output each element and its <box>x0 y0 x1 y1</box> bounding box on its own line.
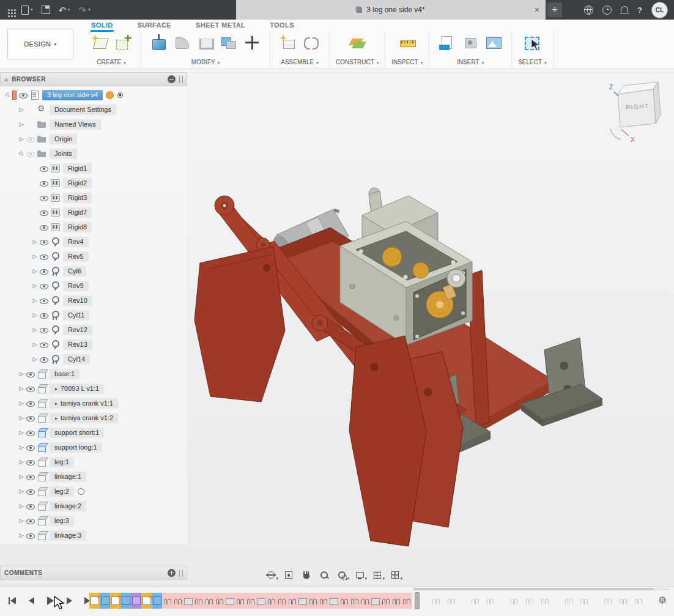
timeline-feature-icon[interactable] <box>120 593 131 609</box>
timeline-suppressed-icon[interactable] <box>563 593 574 609</box>
browser-tree-row[interactable]: Cyl14 <box>0 352 187 366</box>
visibility-eye-icon[interactable] <box>39 163 49 173</box>
visibility-eye-icon[interactable] <box>39 207 49 217</box>
browser-tree-row[interactable]: Joints <box>0 146 187 161</box>
tree-item-label[interactable]: Rigid8 <box>63 222 92 232</box>
browser-tree-row[interactable]: Rigid7 <box>0 205 187 220</box>
tree-item-label[interactable]: Rev13 <box>63 340 92 350</box>
grid-display-icon[interactable] <box>369 568 385 582</box>
visibility-eye-icon[interactable] <box>26 369 35 379</box>
file-menu-icon[interactable] <box>21 6 33 15</box>
create-sketch-icon[interactable] <box>91 34 109 52</box>
tree-item-label[interactable]: 70093 L v1:1 <box>50 384 104 394</box>
timeline-feature-icon[interactable] <box>172 593 183 609</box>
visibility-eye-icon[interactable] <box>26 472 35 481</box>
fit-zoom-icon[interactable] <box>334 568 349 582</box>
comments-resize-handle[interactable] <box>179 570 183 577</box>
timeline-feature-icon[interactable] <box>308 593 318 609</box>
timeline-feature-icon[interactable] <box>380 593 391 609</box>
browser-tree-row[interactable]: base:1 <box>0 366 187 381</box>
expand-arrow-icon[interactable] <box>31 283 39 289</box>
tree-item-label[interactable]: Document Settings <box>50 105 116 115</box>
shell-icon[interactable] <box>196 34 215 52</box>
tree-item-label[interactable]: Rigid3 <box>63 193 92 203</box>
tree-item-label[interactable]: linkage:2 <box>50 501 86 511</box>
browser-tree-row[interactable]: support long:1 <box>0 440 187 455</box>
timeline-feature-icon[interactable] <box>349 593 360 609</box>
expand-arrow-icon[interactable] <box>17 400 26 406</box>
go-to-start-button[interactable] <box>6 593 18 608</box>
tree-item-label[interactable]: 3 leg one side v4 <box>42 90 103 100</box>
timeline-feature-icon[interactable] <box>110 593 120 609</box>
tree-item-label[interactable]: Named Views <box>50 119 101 130</box>
ribbon-tab[interactable]: TOOLS <box>269 20 295 32</box>
tree-item-label[interactable]: Rigid7 <box>63 207 92 218</box>
app-grid-icon[interactable] <box>5 6 13 14</box>
expand-arrow-icon[interactable] <box>17 136 26 142</box>
expand-arrow-icon[interactable] <box>17 518 26 524</box>
timeline-suppressed-icon[interactable] <box>509 593 519 609</box>
select-menu-label[interactable]: SELECT <box>518 59 546 65</box>
look-at-icon[interactable] <box>281 568 296 582</box>
browser-tree-row[interactable]: Cyl11 <box>0 308 187 322</box>
insert-svg-icon[interactable] <box>438 34 456 52</box>
tree-item-label[interactable]: support short:1 <box>50 428 104 438</box>
visibility-eye-icon[interactable] <box>26 428 35 437</box>
tree-item-label[interactable]: Origin <box>50 134 77 144</box>
timeline-feature-icon[interactable] <box>328 593 339 609</box>
tree-item-label[interactable]: Rev12 <box>63 325 92 335</box>
browser-tree-row[interactable]: Document Settings <box>0 102 187 117</box>
expand-arrow-icon[interactable] <box>31 297 39 303</box>
browser-tree-row[interactable]: Origin <box>0 132 187 146</box>
timeline-suppressed-icon[interactable] <box>633 593 643 609</box>
timeline-suppressed-icon[interactable] <box>618 593 628 609</box>
visibility-eye-icon[interactable] <box>39 237 49 247</box>
visibility-eye-icon[interactable] <box>26 149 35 158</box>
redo-button[interactable]: ↷ <box>79 6 91 15</box>
step-forward-button[interactable] <box>63 593 75 608</box>
expand-arrow-icon[interactable] <box>4 92 12 98</box>
rollback-marker-handle[interactable] <box>415 592 420 609</box>
tree-item-label[interactable]: tamiya crank v1:1 <box>50 398 118 409</box>
visibility-eye-icon[interactable] <box>26 442 35 452</box>
tree-item-label[interactable]: leg:2 <box>50 486 74 497</box>
zoom-icon[interactable] <box>316 568 331 582</box>
visibility-eye-icon[interactable] <box>39 310 49 320</box>
visibility-eye-icon[interactable] <box>26 134 35 144</box>
timeline-feature-icon[interactable] <box>360 593 370 609</box>
tree-item-label[interactable]: leg:1 <box>50 457 74 467</box>
close-tab-icon[interactable]: × <box>535 5 539 15</box>
tree-item-label[interactable]: Rev4 <box>63 237 89 247</box>
timeline-feature-icon[interactable] <box>183 593 193 609</box>
timeline-feature-icon[interactable] <box>224 593 235 609</box>
tree-item-label[interactable]: Cyl11 <box>63 310 89 321</box>
expand-arrow-icon[interactable] <box>17 444 26 450</box>
ribbon-tab[interactable]: SHEET METAL <box>195 20 246 32</box>
timeline-feature-icon[interactable] <box>370 593 380 609</box>
visibility-eye-icon[interactable] <box>26 516 35 525</box>
tree-item-label[interactable]: Joints <box>50 149 77 159</box>
visibility-eye-icon[interactable] <box>39 325 49 335</box>
browser-tree-row[interactable]: linkage:3 <box>0 528 187 543</box>
assemble-menu-label[interactable]: ASSEMBLE <box>281 59 318 65</box>
browser-tree-row[interactable]: Rev12 <box>0 322 187 337</box>
tree-item-label[interactable]: Rigid1 <box>63 163 92 174</box>
inspect-menu-label[interactable]: INSPECT <box>391 59 423 65</box>
new-component-icon[interactable] <box>279 34 297 52</box>
visibility-eye-icon[interactable] <box>26 501 35 511</box>
browser-tree-row[interactable]: 70093 L v1:1 <box>0 381 187 396</box>
job-status-button[interactable] <box>602 6 612 15</box>
visibility-eye-icon[interactable] <box>26 413 35 423</box>
visibility-eye-icon[interactable] <box>18 90 28 100</box>
tree-item-label[interactable]: Rigid2 <box>63 178 92 188</box>
browser-tree-row[interactable]: linkage:1 <box>0 469 187 484</box>
visibility-eye-icon[interactable] <box>39 178 49 188</box>
browser-tree-row[interactable]: Rev9 <box>0 278 187 293</box>
browser-tree-row[interactable]: 3 leg one side v4 <box>0 87 187 102</box>
tree-item-label[interactable]: Cyl14 <box>63 354 90 365</box>
expand-arrow-icon[interactable] <box>17 106 26 113</box>
tree-item-label[interactable]: base:1 <box>50 369 80 379</box>
tree-item-label[interactable]: linkage:3 <box>50 530 86 541</box>
select-cursor-icon[interactable] <box>523 34 541 52</box>
insert-menu-label[interactable]: INSERT <box>457 59 484 65</box>
